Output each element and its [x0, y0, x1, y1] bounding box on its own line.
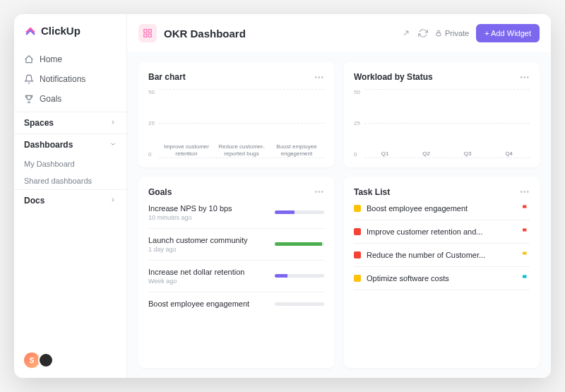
trophy-icon — [24, 94, 34, 104]
flag-icon — [521, 251, 530, 259]
add-widget-button[interactable]: + Add Widget — [476, 24, 540, 42]
avatar[interactable]: S — [24, 352, 40, 368]
bar-chart: 50250 Improve customer retentionReduce c… — [148, 89, 324, 158]
card-title: Goals — [148, 187, 172, 197]
task-item[interactable]: Boost employee engagement — [354, 204, 530, 213]
stacked-bar: Q2 — [405, 148, 447, 158]
card-menu-icon[interactable]: ••• — [314, 188, 324, 196]
nav-home[interactable]: Home — [14, 49, 126, 69]
app-window: ClickUp HomeNotificationsGoals SpacesDas… — [14, 14, 551, 378]
goal-item[interactable]: Increase net dollar retentionWeek ago — [148, 268, 324, 285]
header-actions: Private + Add Widget — [401, 24, 540, 42]
home-icon — [24, 54, 34, 64]
task-item[interactable]: Reduce the number of Customer... — [354, 251, 530, 259]
goal-item[interactable]: Increase NPS by 10 bps10 minutes ago — [148, 204, 324, 221]
status-square-icon — [354, 251, 361, 259]
dashboard-icon — [138, 24, 157, 42]
sidebar: ClickUp HomeNotificationsGoals SpacesDas… — [14, 14, 127, 378]
goals-list: Increase NPS by 10 bps10 minutes agoLaun… — [148, 204, 324, 309]
flag-icon — [521, 227, 530, 236]
goal-item[interactable]: Launch customer community1 day ago — [148, 236, 324, 253]
card-title: Workload by Status — [354, 72, 433, 82]
bar: Improve customer retention — [159, 141, 213, 157]
svg-rect-1 — [148, 30, 151, 32]
sidebar-footer: S — [14, 352, 126, 368]
content-grid: Bar chart ••• 50250 Improve customer ret… — [127, 52, 551, 378]
goal-item[interactable]: Boost employee engagement — [148, 299, 324, 309]
status-square-icon — [354, 228, 361, 235]
workload-card: Workload by Status ••• 50250 Q1Q2Q3Q4 — [344, 62, 540, 167]
bell-icon — [24, 74, 34, 84]
workload-chart: 50250 Q1Q2Q3Q4 — [354, 89, 530, 158]
svg-rect-3 — [148, 34, 151, 37]
nav-bell[interactable]: Notifications — [14, 69, 126, 89]
bar-chart-card: Bar chart ••• 50250 Improve customer ret… — [138, 62, 334, 167]
section-spaces[interactable]: Spaces — [14, 112, 126, 133]
page-title: OKR Dashboard — [164, 28, 246, 40]
brand-name: ClickUp — [41, 25, 81, 37]
brand-logo[interactable]: ClickUp — [14, 24, 126, 47]
bar: Reduce customer-reported bugs — [214, 141, 268, 157]
private-indicator[interactable]: Private — [435, 29, 469, 37]
header: OKR Dashboard Private + Add Widget — [127, 14, 551, 52]
flag-icon — [521, 204, 530, 213]
main: OKR Dashboard Private + Add Widget Bar c… — [127, 14, 551, 378]
stacked-bar: Q3 — [447, 148, 489, 158]
stacked-bar: Q1 — [364, 148, 406, 158]
task-item[interactable]: Optimize software costs — [354, 274, 530, 283]
card-title: Task List — [354, 187, 390, 197]
card-menu-icon[interactable]: ••• — [314, 73, 324, 81]
card-title: Bar chart — [148, 72, 186, 82]
status-square-icon — [354, 205, 361, 212]
bar: Boost employee engagement — [269, 141, 323, 157]
card-menu-icon[interactable]: ••• — [520, 188, 530, 196]
avatar-secondary[interactable] — [38, 352, 54, 368]
flag-icon — [521, 274, 530, 283]
section-docs[interactable]: Docs — [14, 189, 126, 211]
svg-rect-0 — [144, 30, 147, 32]
clickup-logo-icon — [24, 24, 37, 37]
sidebar-item[interactable]: My Dashboard — [14, 155, 126, 172]
section-dashboards[interactable]: Dashboards — [14, 133, 126, 155]
sidebar-item[interactable]: Shared dashboards — [14, 172, 126, 189]
svg-rect-2 — [144, 34, 147, 37]
sidebar-sections: SpacesDashboardsMy DashboardShared dashb… — [14, 112, 126, 211]
status-square-icon — [354, 275, 361, 282]
chevron-right-icon — [109, 118, 117, 128]
card-menu-icon[interactable]: ••• — [520, 73, 530, 81]
task-item[interactable]: Improve customer retention and... — [354, 227, 530, 236]
chevron-right-icon — [109, 196, 117, 206]
chevron-down-icon — [109, 140, 117, 150]
svg-rect-4 — [436, 33, 441, 36]
nav-list: HomeNotificationsGoals — [14, 47, 126, 112]
task-list: Boost employee engagementImprove custome… — [354, 204, 530, 292]
nav-trophy[interactable]: Goals — [14, 89, 126, 109]
expand-icon[interactable] — [401, 28, 411, 38]
refresh-icon[interactable] — [418, 28, 428, 38]
goals-card: Goals ••• Increase NPS by 10 bps10 minut… — [138, 177, 334, 369]
stacked-bar: Q4 — [488, 148, 530, 158]
lock-icon — [435, 30, 442, 37]
task-list-card: Task List ••• Boost employee engagementI… — [344, 177, 540, 369]
